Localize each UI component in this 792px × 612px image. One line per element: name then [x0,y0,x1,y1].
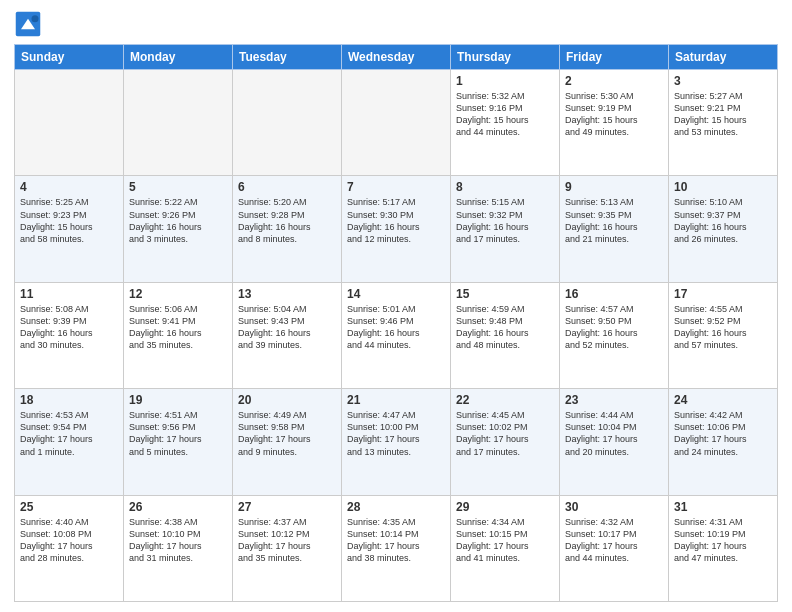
day-info: Sunrise: 4:42 AM Sunset: 10:06 PM Daylig… [674,409,772,458]
day-info: Sunrise: 5:15 AM Sunset: 9:32 PM Dayligh… [456,196,554,245]
day-number: 10 [674,180,772,194]
day-cell: 27Sunrise: 4:37 AM Sunset: 10:12 PM Dayl… [233,495,342,601]
day-info: Sunrise: 4:57 AM Sunset: 9:50 PM Dayligh… [565,303,663,352]
day-cell: 24Sunrise: 4:42 AM Sunset: 10:06 PM Dayl… [669,389,778,495]
calendar-header-row: SundayMondayTuesdayWednesdayThursdayFrid… [15,45,778,70]
col-header-wednesday: Wednesday [342,45,451,70]
day-cell: 10Sunrise: 5:10 AM Sunset: 9:37 PM Dayli… [669,176,778,282]
week-row-2: 4Sunrise: 5:25 AM Sunset: 9:23 PM Daylig… [15,176,778,282]
day-info: Sunrise: 5:10 AM Sunset: 9:37 PM Dayligh… [674,196,772,245]
day-cell: 30Sunrise: 4:32 AM Sunset: 10:17 PM Dayl… [560,495,669,601]
day-info: Sunrise: 5:30 AM Sunset: 9:19 PM Dayligh… [565,90,663,139]
day-info: Sunrise: 4:37 AM Sunset: 10:12 PM Daylig… [238,516,336,565]
day-info: Sunrise: 4:40 AM Sunset: 10:08 PM Daylig… [20,516,118,565]
day-cell: 22Sunrise: 4:45 AM Sunset: 10:02 PM Dayl… [451,389,560,495]
day-info: Sunrise: 5:06 AM Sunset: 9:41 PM Dayligh… [129,303,227,352]
day-info: Sunrise: 4:35 AM Sunset: 10:14 PM Daylig… [347,516,445,565]
day-number: 31 [674,500,772,514]
day-number: 28 [347,500,445,514]
week-row-3: 11Sunrise: 5:08 AM Sunset: 9:39 PM Dayli… [15,282,778,388]
day-number: 8 [456,180,554,194]
day-number: 23 [565,393,663,407]
col-header-sunday: Sunday [15,45,124,70]
day-cell: 25Sunrise: 4:40 AM Sunset: 10:08 PM Dayl… [15,495,124,601]
day-number: 12 [129,287,227,301]
day-number: 7 [347,180,445,194]
day-cell: 31Sunrise: 4:31 AM Sunset: 10:19 PM Dayl… [669,495,778,601]
day-number: 2 [565,74,663,88]
day-cell: 15Sunrise: 4:59 AM Sunset: 9:48 PM Dayli… [451,282,560,388]
day-number: 27 [238,500,336,514]
week-row-5: 25Sunrise: 4:40 AM Sunset: 10:08 PM Dayl… [15,495,778,601]
col-header-tuesday: Tuesday [233,45,342,70]
week-row-1: 1Sunrise: 5:32 AM Sunset: 9:16 PM Daylig… [15,70,778,176]
day-info: Sunrise: 4:32 AM Sunset: 10:17 PM Daylig… [565,516,663,565]
day-cell: 7Sunrise: 5:17 AM Sunset: 9:30 PM Daylig… [342,176,451,282]
day-info: Sunrise: 5:17 AM Sunset: 9:30 PM Dayligh… [347,196,445,245]
day-info: Sunrise: 5:27 AM Sunset: 9:21 PM Dayligh… [674,90,772,139]
day-cell: 19Sunrise: 4:51 AM Sunset: 9:56 PM Dayli… [124,389,233,495]
day-info: Sunrise: 4:51 AM Sunset: 9:56 PM Dayligh… [129,409,227,458]
day-number: 20 [238,393,336,407]
day-number: 22 [456,393,554,407]
day-info: Sunrise: 5:04 AM Sunset: 9:43 PM Dayligh… [238,303,336,352]
day-cell: 2Sunrise: 5:30 AM Sunset: 9:19 PM Daylig… [560,70,669,176]
day-number: 1 [456,74,554,88]
day-number: 26 [129,500,227,514]
logo [14,10,46,38]
col-header-friday: Friday [560,45,669,70]
header [14,10,778,38]
day-info: Sunrise: 4:34 AM Sunset: 10:15 PM Daylig… [456,516,554,565]
day-number: 29 [456,500,554,514]
day-cell: 1Sunrise: 5:32 AM Sunset: 9:16 PM Daylig… [451,70,560,176]
day-info: Sunrise: 4:38 AM Sunset: 10:10 PM Daylig… [129,516,227,565]
day-number: 3 [674,74,772,88]
day-cell: 12Sunrise: 5:06 AM Sunset: 9:41 PM Dayli… [124,282,233,388]
day-info: Sunrise: 5:13 AM Sunset: 9:35 PM Dayligh… [565,196,663,245]
day-number: 5 [129,180,227,194]
day-cell: 26Sunrise: 4:38 AM Sunset: 10:10 PM Dayl… [124,495,233,601]
col-header-saturday: Saturday [669,45,778,70]
day-cell: 16Sunrise: 4:57 AM Sunset: 9:50 PM Dayli… [560,282,669,388]
day-cell: 23Sunrise: 4:44 AM Sunset: 10:04 PM Dayl… [560,389,669,495]
day-cell: 5Sunrise: 5:22 AM Sunset: 9:26 PM Daylig… [124,176,233,282]
day-cell [124,70,233,176]
day-info: Sunrise: 4:31 AM Sunset: 10:19 PM Daylig… [674,516,772,565]
day-info: Sunrise: 5:01 AM Sunset: 9:46 PM Dayligh… [347,303,445,352]
day-number: 19 [129,393,227,407]
day-info: Sunrise: 5:32 AM Sunset: 9:16 PM Dayligh… [456,90,554,139]
day-number: 11 [20,287,118,301]
day-info: Sunrise: 4:49 AM Sunset: 9:58 PM Dayligh… [238,409,336,458]
day-number: 30 [565,500,663,514]
day-info: Sunrise: 5:20 AM Sunset: 9:28 PM Dayligh… [238,196,336,245]
day-cell: 18Sunrise: 4:53 AM Sunset: 9:54 PM Dayli… [15,389,124,495]
day-info: Sunrise: 4:45 AM Sunset: 10:02 PM Daylig… [456,409,554,458]
day-info: Sunrise: 5:08 AM Sunset: 9:39 PM Dayligh… [20,303,118,352]
col-header-monday: Monday [124,45,233,70]
day-number: 25 [20,500,118,514]
calendar-table: SundayMondayTuesdayWednesdayThursdayFrid… [14,44,778,602]
day-cell [342,70,451,176]
day-cell: 4Sunrise: 5:25 AM Sunset: 9:23 PM Daylig… [15,176,124,282]
day-cell: 17Sunrise: 4:55 AM Sunset: 9:52 PM Dayli… [669,282,778,388]
day-info: Sunrise: 4:44 AM Sunset: 10:04 PM Daylig… [565,409,663,458]
day-cell: 11Sunrise: 5:08 AM Sunset: 9:39 PM Dayli… [15,282,124,388]
day-number: 4 [20,180,118,194]
day-cell: 6Sunrise: 5:20 AM Sunset: 9:28 PM Daylig… [233,176,342,282]
day-number: 6 [238,180,336,194]
day-number: 13 [238,287,336,301]
day-cell: 29Sunrise: 4:34 AM Sunset: 10:15 PM Dayl… [451,495,560,601]
week-row-4: 18Sunrise: 4:53 AM Sunset: 9:54 PM Dayli… [15,389,778,495]
day-cell: 8Sunrise: 5:15 AM Sunset: 9:32 PM Daylig… [451,176,560,282]
day-info: Sunrise: 4:55 AM Sunset: 9:52 PM Dayligh… [674,303,772,352]
day-number: 18 [20,393,118,407]
day-cell: 13Sunrise: 5:04 AM Sunset: 9:43 PM Dayli… [233,282,342,388]
day-cell: 20Sunrise: 4:49 AM Sunset: 9:58 PM Dayli… [233,389,342,495]
day-info: Sunrise: 4:59 AM Sunset: 9:48 PM Dayligh… [456,303,554,352]
col-header-thursday: Thursday [451,45,560,70]
day-info: Sunrise: 5:22 AM Sunset: 9:26 PM Dayligh… [129,196,227,245]
day-number: 15 [456,287,554,301]
day-cell: 9Sunrise: 5:13 AM Sunset: 9:35 PM Daylig… [560,176,669,282]
day-cell: 28Sunrise: 4:35 AM Sunset: 10:14 PM Dayl… [342,495,451,601]
day-cell: 21Sunrise: 4:47 AM Sunset: 10:00 PM Dayl… [342,389,451,495]
